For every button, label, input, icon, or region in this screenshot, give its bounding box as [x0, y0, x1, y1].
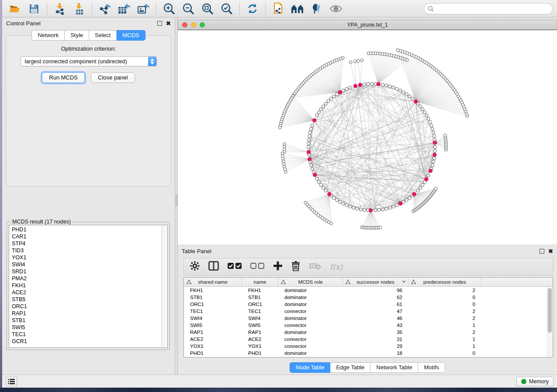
tab-node-table[interactable]: Node Table	[290, 362, 331, 373]
run-mcds-button[interactable]: Run MCDS	[42, 72, 85, 83]
column-header-mcds-role[interactable]: MCDS role	[278, 278, 343, 286]
mcds-result-node[interactable]: PMA2	[12, 275, 159, 282]
table-scrollbar[interactable]	[547, 287, 552, 357]
mcds-result-list[interactable]: PHD1CAR1STP4TID3YOX1SWI4SRD1PMA2FKH1ACE2…	[9, 225, 168, 348]
table-row[interactable]: SWI5SWI5connector431	[184, 322, 553, 329]
mcds-result-node[interactable]: ORC1	[12, 303, 159, 310]
network-window-title: YPA_prune.txt_1	[178, 22, 557, 28]
export-network-icon[interactable]	[97, 2, 113, 16]
optimization-criterion-select[interactable]: largest connected component (undirected)	[21, 56, 157, 66]
table-row[interactable]: TEC1TEC1connector472	[184, 308, 553, 315]
deselect-all-icon[interactable]	[250, 262, 264, 272]
import-table-icon[interactable]	[71, 2, 87, 16]
mcds-result-node[interactable]: TEC1	[12, 331, 159, 338]
network-graph	[178, 30, 557, 244]
search-box[interactable]	[424, 3, 553, 14]
zoom-fit-icon[interactable]	[199, 2, 216, 16]
table-row[interactable]: FKH1FKH1dominator962	[184, 287, 553, 294]
import-network-icon[interactable]	[52, 2, 68, 16]
cell-name: STB1	[242, 295, 278, 300]
open-file-icon[interactable]	[7, 2, 23, 16]
cell-role: connector	[278, 337, 343, 342]
close-icon[interactable]: ✖	[166, 21, 171, 26]
tab-style[interactable]: Style	[65, 30, 89, 41]
tab-mcds[interactable]: MCDS	[117, 30, 145, 41]
mcds-result-node[interactable]: SWI5	[12, 324, 159, 331]
close-panel-button[interactable]: Close panel	[91, 72, 135, 83]
save-icon[interactable]	[26, 2, 42, 16]
mcds-result-node[interactable]: SRD1	[12, 268, 159, 275]
mcds-result-node[interactable]: YOX1	[12, 254, 159, 261]
table-row[interactable]: RAP1RAP1dominator352	[184, 329, 553, 336]
column-header-successor-nodes[interactable]: successor nodes	[343, 278, 408, 286]
cell-shared-name: RAP1	[184, 330, 242, 335]
new-network-from-selection-icon[interactable]	[270, 2, 287, 16]
mcds-result-node[interactable]: ACE2	[12, 289, 159, 296]
result-scrollbar[interactable]	[161, 226, 167, 347]
mcds-result-node[interactable]: RAP1	[12, 310, 159, 317]
column-header-name[interactable]: name	[242, 278, 278, 286]
mcds-result-node[interactable]: STB1	[12, 317, 159, 324]
tab-network[interactable]: Network	[31, 30, 65, 41]
zoom-in-icon[interactable]	[161, 2, 177, 16]
mcds-result-node[interactable]: STP4	[12, 240, 159, 247]
table-scrollbar-thumb[interactable]	[548, 288, 552, 333]
refresh-icon[interactable]	[244, 2, 261, 16]
columns-icon[interactable]	[208, 261, 219, 272]
cell-name: ORC1	[242, 302, 278, 307]
network-window-titlebar[interactable]: YPA_prune.txt_1	[178, 20, 557, 30]
vertical-splitter[interactable]	[175, 18, 178, 375]
cell-successors: 96	[343, 288, 408, 293]
mcds-result-title: MCDS result (17 nodes)	[10, 219, 73, 225]
tab-select[interactable]: Select	[89, 30, 117, 41]
zoom-out-icon[interactable]	[180, 2, 197, 16]
mcds-result-node[interactable]: TID3	[12, 247, 159, 254]
float-window-icon[interactable]	[157, 21, 162, 26]
tab-motifs[interactable]: Motifs	[418, 362, 445, 373]
table-row[interactable]: STB1STB1dominator620	[184, 294, 553, 301]
cell-role: dominator	[278, 351, 343, 356]
close-icon[interactable]: ✖	[548, 248, 553, 254]
mcds-result-node[interactable]: STB5	[12, 296, 159, 303]
cell-predecessors: 1	[408, 323, 481, 328]
control-panel-title: Control Panel	[6, 20, 41, 27]
table-row[interactable]: YOX1YOX1connector291	[184, 343, 553, 350]
cell-predecessors: 2	[408, 316, 481, 321]
table-row[interactable]: ORC1ORC1dominator610	[184, 301, 553, 308]
first-neighbors-icon[interactable]	[289, 2, 306, 16]
table-panel-tabs: Node TableEdge TableNetwork TableMotifs	[178, 362, 557, 373]
export-table-icon[interactable]	[116, 2, 132, 16]
export-image-icon[interactable]	[135, 2, 152, 16]
show-hide-details-icon[interactable]	[328, 2, 344, 16]
splitter-grip[interactable]	[176, 195, 177, 206]
add-column-icon[interactable]	[273, 261, 283, 272]
mcds-result-node[interactable]: CAR1	[12, 233, 159, 240]
cell-shared-name: ORC1	[184, 302, 242, 307]
tab-network-table[interactable]: Network Table	[370, 362, 418, 373]
search-icon	[428, 6, 434, 12]
cell-role: dominator	[278, 330, 343, 335]
graphics-details-icon[interactable]	[308, 2, 325, 16]
column-header-shared-name[interactable]: shared name	[184, 278, 242, 286]
float-window-icon[interactable]	[540, 249, 544, 254]
table-row[interactable]: SWI4SWI4dominator462	[184, 315, 553, 322]
cell-predecessors: 0	[408, 351, 481, 356]
zoom-selected-icon[interactable]	[218, 2, 235, 16]
memory-button[interactable]: Memory	[516, 377, 554, 386]
column-header-predecessor-nodes[interactable]: predecessor nodes	[408, 278, 481, 286]
tab-edge-table[interactable]: Edge Table	[330, 362, 370, 373]
table-settings-icon[interactable]	[190, 261, 200, 272]
select-all-icon[interactable]	[228, 262, 242, 272]
mcds-result-node[interactable]: GCR1	[12, 338, 159, 345]
table-row[interactable]: ACE2ACE2connector311	[184, 336, 553, 343]
cell-successors: 31	[343, 337, 408, 342]
mcds-result-node[interactable]: PHD1	[12, 226, 159, 233]
network-canvas[interactable]	[178, 30, 557, 244]
task-history-button[interactable]	[6, 377, 17, 386]
table-row[interactable]: PHD1PHD1dominator180	[184, 350, 553, 357]
delete-column-icon[interactable]	[291, 261, 300, 273]
cell-shared-name: FKH1	[184, 288, 242, 293]
mcds-result-node[interactable]: SWI4	[12, 261, 159, 268]
mcds-result-node[interactable]: FKH1	[12, 282, 159, 289]
search-input[interactable]	[436, 6, 549, 12]
